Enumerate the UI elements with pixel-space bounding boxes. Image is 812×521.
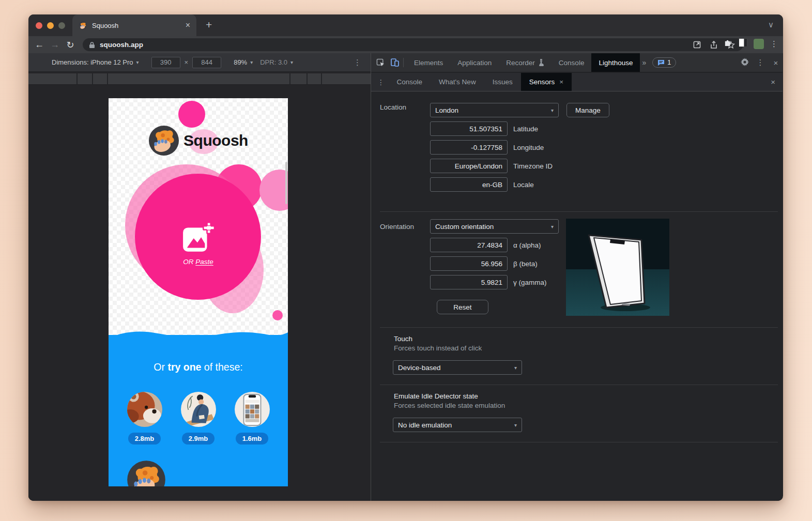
try-one-heading: Or try one of these: bbox=[109, 361, 288, 373]
drawer-tabbar: ⋮ Console What's New Issues Sensors × × bbox=[371, 73, 783, 91]
sensors-tab-close-icon[interactable]: × bbox=[559, 78, 563, 86]
paste-link[interactable]: Paste bbox=[195, 258, 213, 266]
dpr-select[interactable]: DPR: 3.0 bbox=[260, 58, 287, 66]
tab-title: Squoosh bbox=[92, 22, 181, 29]
section-divider bbox=[380, 327, 778, 328]
tab-recorder[interactable]: Recorder bbox=[499, 53, 551, 72]
browser-menu-kebab-icon[interactable]: ⋮ bbox=[770, 39, 778, 49]
select-caret-icon: ▾ bbox=[514, 365, 517, 371]
sample-red-panda[interactable]: 2.8mb bbox=[127, 392, 162, 445]
drawer-kebab-icon[interactable]: ⋮ bbox=[377, 78, 385, 86]
sample-artwork[interactable]: 2.9mb bbox=[181, 392, 216, 445]
minimize-window-button[interactable] bbox=[47, 22, 54, 29]
tab-close-icon[interactable]: × bbox=[186, 21, 190, 30]
new-tab-button[interactable]: + bbox=[206, 19, 212, 31]
devtools-tabbar: Elements Application Recorder Console Li… bbox=[371, 53, 783, 72]
devtools-close-icon[interactable]: × bbox=[769, 58, 783, 67]
drawer-tab-issues[interactable]: Issues bbox=[484, 73, 521, 91]
tab-lighthouse[interactable]: Lighthouse bbox=[591, 53, 640, 72]
drawer-close-icon[interactable]: × bbox=[771, 78, 775, 86]
latitude-input[interactable] bbox=[430, 121, 508, 136]
device-emulation-pane: Dimensions: iPhone 12 Pro ▾ 390 × 844 89… bbox=[28, 53, 371, 501]
more-tabs-icon[interactable]: » bbox=[642, 58, 646, 67]
add-image-icon[interactable] bbox=[181, 221, 216, 255]
tab-search-chevron-icon[interactable]: ∨ bbox=[768, 20, 774, 29]
url-text: squoosh.app bbox=[100, 41, 686, 49]
close-window-button[interactable] bbox=[36, 22, 42, 29]
location-select[interactable]: London▾ bbox=[430, 103, 559, 117]
open-in-new-icon[interactable] bbox=[691, 41, 703, 49]
orientation-label: Orientation bbox=[380, 223, 414, 231]
viewport-width-input[interactable]: 390 bbox=[151, 57, 180, 68]
settings-gear-icon[interactable] bbox=[738, 58, 752, 68]
share-icon[interactable] bbox=[708, 41, 720, 49]
tab-application[interactable]: Application bbox=[450, 53, 499, 72]
drawer-tab-sensors[interactable]: Sensors × bbox=[521, 73, 572, 91]
inspect-element-icon[interactable] bbox=[375, 58, 386, 67]
dimensions-times-label: × bbox=[185, 58, 189, 66]
lock-icon bbox=[89, 41, 95, 49]
devtools-pane: Elements Application Recorder Console Li… bbox=[371, 53, 783, 501]
reload-button[interactable]: ↻ bbox=[63, 39, 78, 51]
timezone-label: Timezone ID bbox=[513, 162, 553, 170]
or-paste-text: OR Paste bbox=[109, 258, 288, 266]
tab-console[interactable]: Console bbox=[551, 53, 592, 72]
profile-avatar[interactable] bbox=[754, 39, 764, 49]
section-divider bbox=[380, 442, 778, 442]
window-controls bbox=[36, 22, 65, 29]
back-button[interactable]: ← bbox=[32, 39, 47, 50]
reset-orientation-button[interactable]: Reset bbox=[437, 300, 488, 314]
address-bar[interactable]: squoosh.app bbox=[83, 38, 743, 51]
pink-dot-small bbox=[272, 310, 283, 320]
device-toolbar-kebab-icon[interactable]: ⋮ bbox=[354, 58, 361, 67]
side-panel-icon[interactable] bbox=[739, 38, 747, 49]
artwork-image[interactable] bbox=[181, 392, 216, 427]
drawer-tab-whats-new[interactable]: What's New bbox=[431, 73, 484, 91]
touch-title: Touch bbox=[394, 335, 412, 343]
beta-label: β (beta) bbox=[513, 260, 538, 268]
browser-tab[interactable]: Squoosh × bbox=[72, 14, 196, 36]
media-query-ruler bbox=[28, 73, 371, 85]
locale-input[interactable] bbox=[430, 177, 508, 192]
manage-locations-button[interactable]: Manage bbox=[566, 103, 609, 117]
orientation-phone-preview[interactable] bbox=[566, 219, 669, 316]
tab-elements[interactable]: Elements bbox=[407, 53, 450, 72]
devtools-menu-kebab-icon[interactable]: ⋮ bbox=[754, 58, 767, 67]
pink-dot-top bbox=[178, 101, 205, 128]
dimensions-caret-icon: ▾ bbox=[136, 59, 139, 65]
pink-blob-right-edge bbox=[259, 170, 288, 211]
alpha-input[interactable] bbox=[430, 238, 508, 252]
extensions-puzzle-icon[interactable] bbox=[724, 38, 732, 49]
drawer-tab-console[interactable]: Console bbox=[389, 73, 431, 91]
longitude-input[interactable] bbox=[430, 140, 508, 155]
orientation-select[interactable]: Custom orientation▾ bbox=[430, 219, 559, 234]
viewport-height-input[interactable]: 844 bbox=[192, 57, 221, 68]
gamma-input[interactable] bbox=[430, 275, 508, 289]
device-dimensions-select[interactable]: Dimensions: iPhone 12 Pro bbox=[52, 58, 133, 66]
maximize-window-button[interactable] bbox=[58, 22, 65, 29]
squoosh-logo-text: Squoosh bbox=[183, 132, 248, 149]
image-drop-zone[interactable]: OR Paste bbox=[109, 221, 288, 266]
device-toolbar-toggle-icon[interactable] bbox=[390, 58, 400, 67]
select-caret-icon: ▾ bbox=[551, 224, 554, 229]
browser-toolbar: ← → ↻ squoosh.app bbox=[28, 36, 783, 53]
page-scrollbar-thumb[interactable] bbox=[285, 162, 287, 204]
window-content: Dimensions: iPhone 12 Pro ▾ 390 × 844 89… bbox=[28, 53, 783, 501]
touch-select[interactable]: Device-based▾ bbox=[393, 360, 522, 375]
sample-phone-shot[interactable]: 1.6mb bbox=[235, 392, 270, 445]
phone-screenshot-image[interactable] bbox=[235, 392, 270, 427]
forward-button[interactable]: → bbox=[47, 39, 63, 50]
zoom-select[interactable]: 89% bbox=[234, 58, 247, 66]
toolbar-right-icons: ⋮ bbox=[724, 38, 778, 49]
red-panda-image[interactable] bbox=[127, 392, 162, 427]
browser-window: Squoosh × + ∨ ← → ↻ squoosh.app bbox=[28, 14, 783, 501]
devtools-controls: ⋮ × bbox=[738, 58, 783, 68]
idle-select[interactable]: No idle emulation▾ bbox=[393, 418, 522, 432]
beta-input[interactable] bbox=[430, 256, 508, 271]
experiment-flask-icon bbox=[538, 59, 544, 66]
issues-message-badge[interactable]: 1 bbox=[652, 57, 676, 68]
blue-wave-shape bbox=[109, 328, 288, 343]
latitude-label: Latitude bbox=[513, 125, 538, 133]
timezone-input[interactable] bbox=[430, 159, 508, 173]
gamma-label: γ (gamma) bbox=[513, 279, 547, 286]
